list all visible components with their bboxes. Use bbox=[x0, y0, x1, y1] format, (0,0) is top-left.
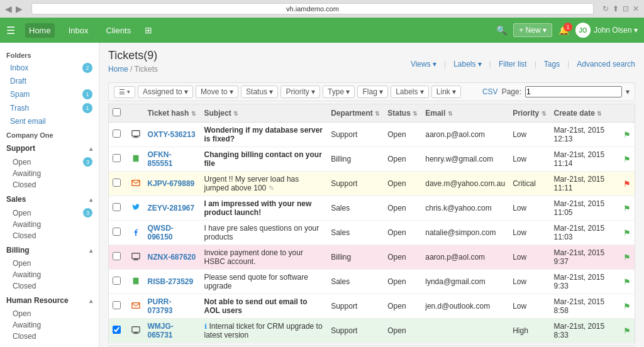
type-btn[interactable]: Type ▾ bbox=[323, 85, 355, 98]
row-checkbox[interactable] bbox=[113, 228, 121, 236]
row-checkbox[interactable] bbox=[113, 326, 121, 334]
sidebar-item-draft[interactable]: Draft bbox=[0, 75, 99, 87]
sidebar-item-sent[interactable]: Sent email bbox=[0, 115, 99, 128]
status-cell: Open bbox=[384, 196, 421, 221]
billing-awaiting[interactable]: Awaiting bbox=[0, 269, 99, 280]
col-date[interactable]: Create date ⇅ bbox=[550, 104, 619, 123]
address-bar[interactable]: vh.iamdemo.com bbox=[31, 3, 594, 14]
ticket-hash-link[interactable]: ZEYV-281967 bbox=[148, 204, 195, 212]
share-icon[interactable]: ⬆ bbox=[613, 4, 619, 13]
ticket-hash-link[interactable]: NZNX-687620 bbox=[148, 253, 196, 262]
tickets-table: Ticket hash ⇅ Subject ⇅ Department ⇅ Sta… bbox=[108, 104, 635, 343]
row-checkbox[interactable] bbox=[113, 129, 121, 138]
forward-btn[interactable]: ▶ bbox=[16, 4, 23, 14]
category-support[interactable]: Support ▴ bbox=[0, 141, 99, 155]
ticket-subject[interactable]: Urgent !! My server load has jumped abov… bbox=[204, 175, 299, 192]
category-hr[interactable]: Human Resource ▴ bbox=[0, 293, 99, 307]
page-label: Page: bbox=[502, 87, 521, 96]
nav-home[interactable]: Home bbox=[25, 23, 55, 38]
row-checkbox[interactable] bbox=[113, 203, 121, 211]
move-to-btn[interactable]: Move to ▾ bbox=[196, 85, 238, 98]
col-ticket-hash[interactable]: Ticket hash ⇅ bbox=[144, 104, 201, 123]
row-checkbox[interactable] bbox=[113, 301, 121, 309]
ticket-subject[interactable]: Invoice payment done to your HSBC accoun… bbox=[204, 248, 303, 266]
col-subject[interactable]: Subject ⇅ bbox=[201, 104, 328, 123]
ticket-subject[interactable]: Please send quote for software upgrade bbox=[204, 273, 308, 290]
ticket-subject[interactable]: Internal ticket for CRM upgrade to lates… bbox=[204, 322, 323, 339]
ticket-subject[interactable]: I am impressed with your new product lau… bbox=[204, 199, 312, 217]
col-priority[interactable]: Priority ⇅ bbox=[509, 104, 550, 123]
row-checkbox[interactable] bbox=[113, 154, 121, 162]
advanced-search-button[interactable]: Advanced search bbox=[577, 60, 635, 69]
row-checkbox[interactable] bbox=[113, 252, 121, 260]
ticket-subject[interactable]: I have pre sales questions on your produ… bbox=[204, 224, 319, 241]
category-sales[interactable]: Sales ▴ bbox=[0, 192, 99, 206]
support-closed[interactable]: Closed bbox=[0, 179, 99, 190]
page-input[interactable] bbox=[525, 86, 622, 97]
billing-closed[interactable]: Closed bbox=[0, 280, 99, 292]
support-awaiting[interactable]: Awaiting bbox=[0, 168, 99, 179]
link-btn[interactable]: Link ▾ bbox=[431, 85, 461, 98]
labels-btn[interactable]: Labels ▾ bbox=[391, 85, 429, 98]
ticket-subject[interactable]: Not able to send out email to AOL users bbox=[204, 297, 308, 315]
select-all-checkbox[interactable] bbox=[113, 108, 121, 116]
col-email[interactable]: Email ⇅ bbox=[421, 104, 509, 123]
notification-badge: 1 bbox=[564, 23, 572, 31]
page-arrow[interactable]: ▾ bbox=[626, 87, 630, 96]
ticket-hash-link[interactable]: OXTY-536213 bbox=[148, 130, 196, 139]
sales-awaiting[interactable]: Awaiting bbox=[0, 219, 99, 230]
svg-rect-0 bbox=[131, 130, 139, 136]
user-menu[interactable]: JO John Olsen ▾ bbox=[575, 23, 638, 38]
row-checkbox[interactable] bbox=[113, 277, 121, 285]
close-icon[interactable]: ✕ bbox=[633, 4, 639, 13]
sidebar-item-spam[interactable]: Spam 1 bbox=[0, 87, 99, 101]
ticket-hash-cell: KJPV-679889 bbox=[144, 172, 201, 196]
ticket-hash-link[interactable]: OFKN-855551 bbox=[148, 150, 173, 168]
nav-inbox[interactable]: Inbox bbox=[65, 23, 92, 38]
sales-closed[interactable]: Closed bbox=[0, 230, 99, 241]
search-icon[interactable]: 🔍 bbox=[496, 25, 507, 35]
flag-btn[interactable]: Flag ▾ bbox=[357, 85, 388, 98]
labels-button[interactable]: Labels ▾ bbox=[453, 60, 482, 69]
ticket-subject[interactable]: Changing billing contact on your file bbox=[204, 150, 322, 168]
tags-button[interactable]: Tags bbox=[544, 60, 560, 69]
csv-link[interactable]: CSV bbox=[482, 87, 498, 96]
sales-open[interactable]: Open 3 bbox=[0, 207, 99, 219]
grid-icon[interactable]: ⊞ bbox=[145, 25, 152, 35]
ticket-hash-link[interactable]: PURR-073793 bbox=[148, 297, 173, 315]
channel-cell bbox=[128, 123, 144, 147]
subject-cell: Invoice payment done to your HSBC accoun… bbox=[201, 245, 328, 270]
select-all-btn[interactable]: ☰ ▾ bbox=[114, 86, 135, 98]
ticket-subject[interactable]: Wondering if my database server is fixed… bbox=[204, 126, 323, 143]
svg-rect-1 bbox=[134, 136, 137, 137]
priority-btn[interactable]: Priority ▾ bbox=[280, 85, 320, 98]
sidebar-item-inbox[interactable]: Inbox 2 bbox=[0, 61, 99, 75]
ticket-hash-link[interactable]: WMJG-065731 bbox=[148, 322, 174, 339]
row-checkbox[interactable] bbox=[113, 179, 121, 187]
col-department[interactable]: Department ⇅ bbox=[327, 104, 384, 123]
sidebar-item-trash[interactable]: Trash 1 bbox=[0, 101, 99, 115]
status-btn[interactable]: Status ▾ bbox=[241, 85, 278, 98]
menu-toggle[interactable]: ☰ bbox=[6, 25, 15, 36]
ticket-hash-link[interactable]: QWSD-096150 bbox=[148, 224, 174, 241]
hr-awaiting[interactable]: Awaiting bbox=[0, 319, 99, 331]
assigned-to-btn[interactable]: Assigned to ▾ bbox=[138, 85, 193, 98]
support-open[interactable]: Open 3 bbox=[0, 156, 99, 168]
nav-clients[interactable]: Clients bbox=[103, 23, 135, 38]
new-button[interactable]: + New ▾ bbox=[513, 23, 552, 37]
filter-list-button[interactable]: Filter list bbox=[499, 60, 527, 69]
reload-btn[interactable]: ↻ bbox=[602, 4, 609, 13]
col-status[interactable]: Status ⇅ bbox=[384, 104, 421, 123]
views-button[interactable]: Views ▾ bbox=[411, 60, 436, 69]
notification-button[interactable]: 🔔 1 bbox=[558, 25, 569, 35]
billing-open[interactable]: Open bbox=[0, 258, 99, 269]
category-billing[interactable]: Billing ▴ bbox=[0, 243, 99, 256]
breadcrumb-home[interactable]: Home bbox=[108, 65, 128, 74]
ticket-hash-link[interactable]: KJPV-679889 bbox=[148, 179, 195, 188]
back-btn[interactable]: ◀ bbox=[5, 4, 12, 14]
minimize-icon[interactable]: ⊡ bbox=[623, 4, 629, 13]
row-checkbox-cell bbox=[109, 294, 128, 319]
ticket-hash-link[interactable]: RISB-273529 bbox=[148, 277, 194, 286]
hr-open[interactable]: Open bbox=[0, 308, 99, 319]
hr-closed[interactable]: Closed bbox=[0, 331, 99, 342]
